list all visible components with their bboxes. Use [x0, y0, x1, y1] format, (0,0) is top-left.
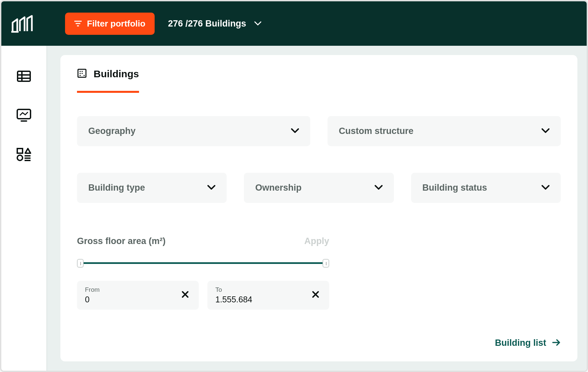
chevron-down-icon [542, 128, 550, 134]
apply-button[interactable]: Apply [304, 236, 329, 246]
sidebar [1, 46, 47, 371]
from-value: 0 [85, 295, 100, 304]
svg-rect-18 [80, 73, 81, 74]
app-logo [11, 13, 35, 34]
filter-icon [74, 19, 82, 29]
from-label: From [85, 286, 100, 293]
chevron-down-icon [542, 185, 550, 191]
svg-rect-19 [82, 73, 83, 74]
building-list-label: Building list [495, 338, 547, 348]
select-building-type[interactable]: Building type [77, 173, 227, 203]
tab-title: Buildings [94, 68, 139, 80]
chevron-down-icon [375, 185, 383, 191]
building-counter-dropdown[interactable]: 276 /276 Buildings [168, 19, 261, 29]
select-ownership-label: Ownership [255, 183, 302, 193]
arrow-right-icon [552, 338, 561, 348]
chevron-down-icon [291, 128, 299, 134]
content-area: Buildings Geography Custom structure [47, 46, 587, 371]
building-list-link[interactable]: Building list [495, 338, 561, 348]
to-value: 1.555.684 [215, 295, 252, 304]
sidebar-item-monitor[interactable] [16, 107, 32, 123]
chevron-down-icon [207, 185, 215, 191]
select-building-status[interactable]: Building status [411, 173, 561, 203]
select-geography[interactable]: Geography [77, 116, 310, 146]
sidebar-item-shapes[interactable] [16, 147, 32, 162]
tab-buildings[interactable]: Buildings [77, 68, 139, 93]
svg-rect-20 [80, 75, 81, 76]
gfa-to-input[interactable]: To 1.555.684 [207, 281, 329, 310]
building-icon [77, 68, 87, 80]
filter-panel: Buildings Geography Custom structure [60, 55, 577, 361]
gross-floor-area-section: Gross floor area (m²) Apply || || From [77, 236, 329, 310]
select-custom-structure[interactable]: Custom structure [328, 116, 561, 146]
svg-rect-4 [18, 71, 30, 81]
svg-rect-16 [80, 71, 81, 72]
clear-from-button[interactable] [180, 288, 191, 302]
clear-to-button[interactable] [310, 288, 321, 302]
sidebar-item-table[interactable] [16, 68, 32, 84]
select-custom-structure-label: Custom structure [339, 126, 413, 136]
gfa-from-input[interactable]: From 0 [77, 281, 199, 310]
to-label: To [215, 286, 252, 293]
slider-handle-max[interactable]: || [323, 259, 329, 268]
filter-button-label: Filter portfolio [87, 19, 145, 29]
slider-handle-min[interactable]: || [77, 259, 84, 268]
svg-rect-10 [17, 149, 23, 153]
header-bar: Filter portfolio 276 /276 Buildings [1, 1, 587, 46]
svg-rect-17 [82, 71, 83, 72]
chevron-down-icon [254, 20, 261, 28]
select-geography-label: Geography [88, 126, 136, 136]
select-building-status-label: Building status [422, 183, 487, 193]
gfa-label: Gross floor area (m²) [77, 236, 166, 246]
building-counter-label: 276 /276 Buildings [168, 19, 246, 29]
svg-rect-21 [84, 75, 85, 76]
svg-point-11 [17, 155, 23, 160]
gfa-range-slider[interactable]: || || [77, 259, 329, 267]
select-ownership[interactable]: Ownership [244, 173, 394, 203]
select-building-type-label: Building type [88, 183, 145, 193]
filter-portfolio-button[interactable]: Filter portfolio [65, 13, 155, 35]
